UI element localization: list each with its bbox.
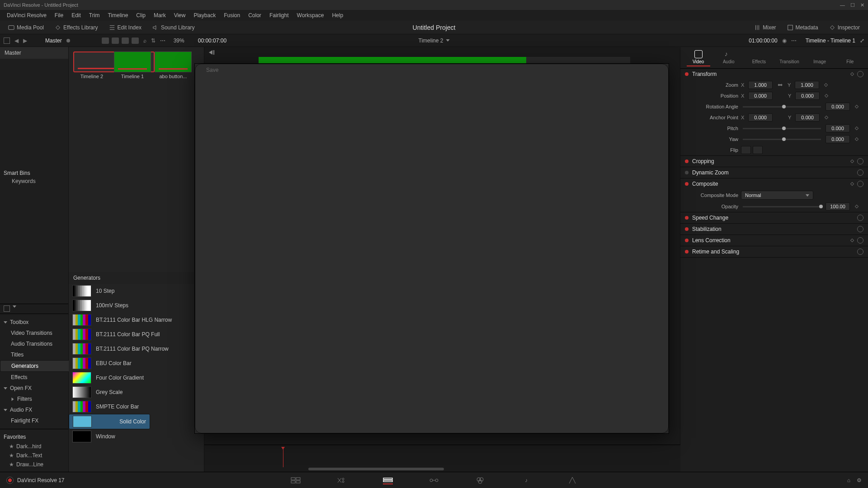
keyframe-icon[interactable] bbox=[824, 83, 828, 87]
inspector-tab[interactable]: Video bbox=[687, 49, 710, 66]
composite-section-header[interactable]: Composite bbox=[680, 178, 868, 189]
home-icon[interactable]: ⌂ bbox=[847, 477, 850, 483]
generator-item[interactable]: EBU Color Bar bbox=[69, 356, 204, 371]
media-page-icon[interactable] bbox=[291, 476, 301, 484]
smart-bin-item[interactable]: Keywords bbox=[4, 176, 65, 186]
marker-icon[interactable]: ◉ bbox=[782, 38, 787, 44]
fusion-page-icon[interactable] bbox=[429, 476, 439, 484]
keyframe-icon[interactable] bbox=[855, 205, 859, 208]
inspector-tab[interactable]: Audio bbox=[717, 49, 741, 66]
timeline-scrollbar[interactable] bbox=[308, 468, 444, 470]
inspector-tab[interactable]: Effects bbox=[747, 49, 771, 66]
keyframe-icon[interactable] bbox=[825, 116, 828, 119]
reset-icon[interactable] bbox=[857, 71, 863, 77]
master-label[interactable]: Master bbox=[45, 38, 62, 44]
anchor-x-input[interactable]: 0.000 bbox=[748, 113, 773, 122]
pitch-input[interactable]: 0.000 bbox=[826, 124, 850, 132]
generator-item[interactable]: Grey Scale bbox=[69, 385, 204, 399]
menu-item[interactable]: Mark bbox=[150, 12, 170, 19]
media-pool-button[interactable]: Media Pool bbox=[5, 23, 47, 32]
mixer-button[interactable]: Mixer bbox=[750, 23, 779, 32]
keyframe-icon[interactable] bbox=[855, 127, 859, 130]
dynamic-zoom-section-header[interactable]: Dynamic Zoom bbox=[680, 167, 868, 178]
generator-item[interactable]: Window bbox=[69, 429, 204, 444]
save-button[interactable]: Save bbox=[195, 64, 669, 433]
chevron-down-icon[interactable] bbox=[13, 305, 16, 312]
toolbox-item[interactable]: Titles bbox=[0, 349, 68, 360]
favorite-item[interactable]: ★Dark...Text bbox=[0, 451, 68, 460]
sound-library-button[interactable]: Sound Library bbox=[149, 23, 198, 32]
pitch-slider[interactable] bbox=[743, 128, 821, 129]
toolbox-header[interactable]: Toolbox bbox=[0, 317, 68, 328]
bin-view-icon[interactable] bbox=[4, 38, 10, 44]
toolbox-item[interactable]: Audio Transitions bbox=[0, 338, 68, 349]
inspector-tab[interactable]: Image bbox=[808, 49, 831, 66]
master-bin-tab[interactable]: Master bbox=[0, 47, 68, 59]
keyframe-icon[interactable] bbox=[850, 160, 854, 163]
menu-item[interactable]: Edit bbox=[67, 12, 85, 19]
search-icon[interactable]: ⌕ bbox=[143, 38, 146, 44]
reset-icon[interactable] bbox=[857, 158, 863, 164]
flip-h-button[interactable] bbox=[741, 146, 751, 154]
menu-item[interactable]: Playback bbox=[189, 12, 220, 19]
favorite-item[interactable]: ★Dark...hird bbox=[0, 442, 68, 451]
keyframe-icon[interactable] bbox=[855, 105, 859, 108]
yaw-slider[interactable] bbox=[743, 139, 821, 140]
generator-item[interactable]: Four Color Gradient bbox=[69, 371, 204, 385]
clip-thumbnail[interactable]: abo button... bbox=[155, 52, 192, 79]
deliver-page-icon[interactable] bbox=[567, 476, 577, 484]
openfx-item[interactable]: Filters bbox=[0, 394, 68, 404]
yaw-input[interactable]: 0.000 bbox=[826, 135, 850, 143]
favorite-item[interactable]: ★Draw...Line bbox=[0, 460, 68, 469]
fairlight-page-icon[interactable]: ♪ bbox=[521, 476, 531, 484]
menu-item[interactable]: Help bbox=[328, 12, 347, 19]
inspector-tab[interactable]: Transition bbox=[778, 49, 801, 66]
inspector-tab[interactable]: File bbox=[838, 49, 862, 66]
menu-item[interactable]: Fairlight bbox=[265, 12, 293, 19]
menu-item[interactable]: Trim bbox=[85, 12, 104, 19]
keyframe-icon[interactable] bbox=[825, 94, 828, 98]
window-close-icon[interactable]: ✕ bbox=[860, 2, 864, 8]
keyframe-icon[interactable] bbox=[855, 137, 859, 141]
reset-icon[interactable] bbox=[857, 237, 863, 244]
opacity-slider[interactable] bbox=[743, 206, 821, 207]
audiofx-item[interactable]: Fairlight FX bbox=[0, 415, 68, 426]
menu-item[interactable]: View bbox=[170, 12, 190, 19]
stabilization-section-header[interactable]: Stabilization bbox=[680, 224, 868, 235]
more-icon[interactable]: ⋯ bbox=[791, 38, 797, 44]
menu-item[interactable]: Timeline bbox=[104, 12, 132, 19]
inspector-button[interactable]: Inspector bbox=[826, 23, 863, 32]
window-maximize-icon[interactable]: ☐ bbox=[850, 2, 855, 8]
cropping-section-header[interactable]: Cropping bbox=[680, 156, 868, 167]
sort-icon[interactable]: ⇅ bbox=[151, 38, 156, 44]
reset-icon[interactable] bbox=[857, 181, 863, 187]
rotation-input[interactable]: 0.000 bbox=[826, 103, 850, 111]
menu-item[interactable]: DaVinci Resolve bbox=[3, 12, 51, 19]
link-icon[interactable]: ⚯ bbox=[778, 82, 782, 88]
view-mode-icons[interactable] bbox=[102, 38, 139, 44]
timeline-name[interactable]: Timeline 2 bbox=[419, 38, 443, 44]
reset-icon[interactable] bbox=[857, 249, 863, 255]
toolbox-item[interactable]: Video Transitions bbox=[0, 328, 68, 338]
timeline-panel[interactable] bbox=[204, 445, 680, 472]
effects-library-button[interactable]: Effects Library bbox=[51, 23, 101, 32]
keyframe-icon[interactable] bbox=[850, 72, 854, 76]
composite-mode-select[interactable]: Normal bbox=[741, 191, 813, 200]
generator-item[interactable]: Solid Color bbox=[69, 414, 150, 429]
clip-thumbnail[interactable]: Timeline 1 bbox=[114, 52, 151, 79]
generator-item[interactable]: BT.2111 Color Bar HLG Narrow bbox=[69, 313, 204, 327]
play-prev-icon[interactable] bbox=[209, 50, 212, 55]
edit-page-icon[interactable] bbox=[383, 476, 393, 484]
lens-correction-section-header[interactable]: Lens Correction bbox=[680, 235, 868, 246]
zoom-y-input[interactable]: 1.000 bbox=[795, 81, 819, 89]
expand-icon[interactable]: ⤢ bbox=[860, 38, 864, 44]
zoom-x-input[interactable]: 1.000 bbox=[748, 81, 773, 89]
clip-thumbnail[interactable]: Timeline 2 bbox=[73, 52, 110, 79]
generator-item[interactable]: 10 Step bbox=[69, 284, 204, 298]
transform-section-header[interactable]: Transform bbox=[680, 69, 868, 80]
menu-item[interactable]: File bbox=[51, 12, 67, 19]
zoom-percentage[interactable]: 39% bbox=[174, 38, 184, 44]
opacity-input[interactable]: 100.00 bbox=[826, 202, 850, 211]
keyframe-icon[interactable] bbox=[850, 182, 854, 186]
more-icon[interactable]: ⋯ bbox=[160, 38, 165, 44]
